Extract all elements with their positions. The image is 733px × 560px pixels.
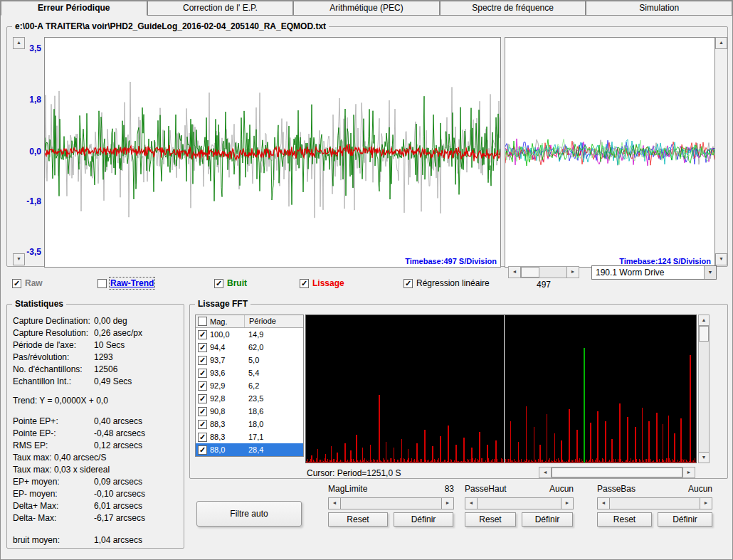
tab-simulation[interactable]: Simulation bbox=[586, 1, 732, 16]
checkbox-bruit[interactable]: ✓Bruit bbox=[214, 278, 247, 288]
row-checkbox[interactable]: ✓ bbox=[198, 381, 207, 391]
fft-table-body: ✓100,014,9✓94,462,0✓93,75,0✓93,65,4✓92,9… bbox=[196, 328, 303, 456]
checkbox-box-icon[interactable]: ✓ bbox=[214, 279, 223, 288]
tab-arithm-tique-pec[interactable]: Arithmétique (PEC) bbox=[293, 1, 440, 16]
y-tick-label: 3,5 bbox=[19, 43, 41, 53]
reset-button-passebas[interactable]: Reset bbox=[597, 512, 652, 527]
row-checkbox[interactable]: ✓ bbox=[198, 407, 207, 416]
fft-table-row[interactable]: ✓92,96,2 bbox=[196, 379, 303, 392]
scroll-right-icon[interactable]: ► bbox=[566, 267, 579, 278]
cycle-scrollbar[interactable]: ◄ ► bbox=[508, 266, 579, 278]
fft-table-header[interactable]: Mag. Période bbox=[196, 315, 303, 328]
row-checkbox[interactable]: ✓ bbox=[198, 356, 207, 365]
fft-table-row[interactable]: ✓94,462,0 bbox=[196, 341, 303, 354]
period-value: 28,4 bbox=[243, 445, 303, 454]
stat-row: Taux max: 0,40 arcsec/S bbox=[7, 453, 184, 465]
stat-value: 12506 bbox=[94, 364, 117, 374]
spinner-left-icon[interactable]: ◄ bbox=[329, 498, 341, 509]
definir-button-passebas[interactable]: Définir bbox=[658, 512, 712, 527]
fft-table-row[interactable]: ✓100,014,9 bbox=[196, 328, 303, 341]
stat-value: 6,01 arcsecs bbox=[94, 501, 142, 511]
cycle-scale-down-button[interactable]: ▼ bbox=[715, 253, 727, 265]
stat-value: 10 Secs bbox=[94, 340, 125, 350]
checkbox-box-icon[interactable]: ✓ bbox=[12, 279, 21, 288]
scrollbar-track[interactable] bbox=[539, 267, 566, 278]
definir-button-passehaut[interactable]: Définir bbox=[522, 512, 573, 527]
row-checkbox[interactable]: ✓ bbox=[198, 394, 207, 403]
chevron-down-icon[interactable]: ▼ bbox=[704, 266, 716, 279]
stat-row: Pointe EP-:-0,48 arcsecs bbox=[7, 428, 184, 440]
fft-table-row[interactable]: ✓88,317,1 bbox=[196, 430, 303, 443]
stat-row: EP- moyen:-0,10 arcsecs bbox=[7, 489, 184, 501]
spinner-track[interactable] bbox=[610, 498, 700, 509]
checkbox-raw[interactable]: ✓Raw bbox=[12, 278, 43, 288]
row-checkbox[interactable]: ✓ bbox=[198, 343, 207, 352]
fft-table-row[interactable]: ✓88,318,0 bbox=[196, 418, 303, 430]
stat-value: 0,40 arcsecs bbox=[94, 416, 142, 426]
filter-spinner-passehaut[interactable]: ◄► bbox=[465, 497, 574, 509]
checkbox-raw-trend[interactable]: Raw-Trend bbox=[97, 278, 154, 288]
mag-header: Mag. bbox=[210, 317, 227, 326]
worm-cycle-chart[interactable]: Timebase:124 S/Division bbox=[505, 37, 715, 268]
y-tick-label: 1,8 bbox=[19, 95, 41, 105]
spinner-right-icon[interactable]: ► bbox=[441, 498, 453, 509]
definir-button-maglimite[interactable]: Définir bbox=[394, 512, 453, 527]
fft-horizontal-scrollbar[interactable]: ◄ ► bbox=[539, 467, 695, 478]
period-value: 5,4 bbox=[243, 369, 303, 377]
spinner-right-icon[interactable]: ► bbox=[561, 498, 573, 509]
checkbox-box-icon[interactable]: ✓ bbox=[300, 279, 309, 288]
row-checkbox[interactable]: ✓ bbox=[198, 433, 207, 442]
filter-spinner-maglimite[interactable]: ◄► bbox=[328, 497, 454, 509]
cycle-scale-up-button[interactable]: ▲ bbox=[715, 37, 727, 49]
stat-label: Delta- Max: bbox=[13, 513, 56, 523]
reset-button-maglimite[interactable]: Reset bbox=[328, 512, 388, 527]
spinner-left-icon[interactable]: ◄ bbox=[465, 498, 478, 509]
scrollbar-thumb[interactable] bbox=[521, 267, 539, 278]
period-value: 18,6 bbox=[243, 407, 303, 416]
row-checkbox[interactable]: ✓ bbox=[198, 445, 207, 455]
spinner-left-icon[interactable]: ◄ bbox=[598, 498, 610, 509]
tab-erreur-p-riodique[interactable]: Erreur Périodique bbox=[1, 1, 147, 16]
checkbox-box-icon[interactable] bbox=[97, 279, 107, 288]
checkbox-lissage[interactable]: ✓Lissage bbox=[300, 278, 344, 288]
fft-table-row[interactable]: ✓88,028,4 bbox=[196, 443, 303, 456]
spinner-track[interactable] bbox=[478, 498, 561, 509]
fft-vscroll-thumb[interactable] bbox=[699, 326, 709, 342]
mag-value: 94,4 bbox=[207, 343, 243, 352]
row-checkbox[interactable]: ✓ bbox=[198, 369, 207, 378]
filtre-auto-button[interactable]: Filtre auto bbox=[196, 501, 302, 527]
fft-table-row[interactable]: ✓90,818,6 bbox=[196, 405, 303, 418]
select-all-checkbox[interactable] bbox=[198, 317, 207, 326]
stat-label: Taux max: 0,03 x sidereal bbox=[13, 465, 110, 475]
filter-value-passehaut: Aucun bbox=[465, 484, 574, 494]
spinner-track[interactable] bbox=[341, 498, 441, 509]
stat-row: Capture Resolution:0,26 asec/px bbox=[7, 328, 184, 340]
worm-drive-select[interactable]: 190.1 Worm Drive ▼ bbox=[591, 265, 717, 280]
stat-value: -0,10 arcsecs bbox=[94, 489, 145, 499]
scroll-left-icon[interactable]: ◄ bbox=[509, 267, 521, 278]
tab-spectre-de-fr-quence[interactable]: Spectre de fréquence bbox=[440, 1, 586, 16]
fft-vertical-scrollbar[interactable]: ▲ ▼ bbox=[698, 315, 710, 463]
fft-spectrum-chart[interactable] bbox=[305, 315, 697, 463]
scroll-right-icon[interactable]: ► bbox=[682, 467, 695, 477]
checkbox-box-icon[interactable]: ✓ bbox=[404, 279, 413, 288]
statistics-title: Statistiques bbox=[12, 299, 66, 309]
row-checkbox[interactable]: ✓ bbox=[198, 330, 207, 339]
fft-table-row[interactable]: ✓92,823,5 bbox=[196, 392, 303, 405]
fft-table-row[interactable]: ✓93,65,4 bbox=[196, 366, 303, 379]
period-value: 62,0 bbox=[243, 343, 303, 352]
pe-trace-chart[interactable]: Timebase:497 S/Division bbox=[44, 37, 501, 268]
spinner-right-icon[interactable]: ► bbox=[700, 498, 712, 509]
fft-table-row[interactable]: ✓93,75,0 bbox=[196, 354, 303, 366]
reset-button-passehaut[interactable]: Reset bbox=[465, 512, 516, 527]
row-checkbox[interactable]: ✓ bbox=[198, 420, 207, 429]
stat-row: Delta- Max:-6,17 arcsecs bbox=[7, 513, 184, 525]
scroll-down-icon[interactable]: ▼ bbox=[699, 452, 709, 463]
fft-cursor-readout: Cursor: Period=1251,0 S bbox=[307, 468, 401, 478]
scroll-left-icon[interactable]: ◄ bbox=[539, 467, 552, 477]
fft-hscroll-thumb[interactable] bbox=[552, 467, 682, 477]
checkbox-r-gression-lin-aire[interactable]: ✓Régression linéaire bbox=[404, 278, 490, 288]
tab-correction-de-l-e-p[interactable]: Correction de l' E.P. bbox=[147, 1, 294, 16]
scroll-up-icon[interactable]: ▲ bbox=[699, 315, 709, 326]
filter-spinner-passebas[interactable]: ◄► bbox=[597, 497, 712, 509]
